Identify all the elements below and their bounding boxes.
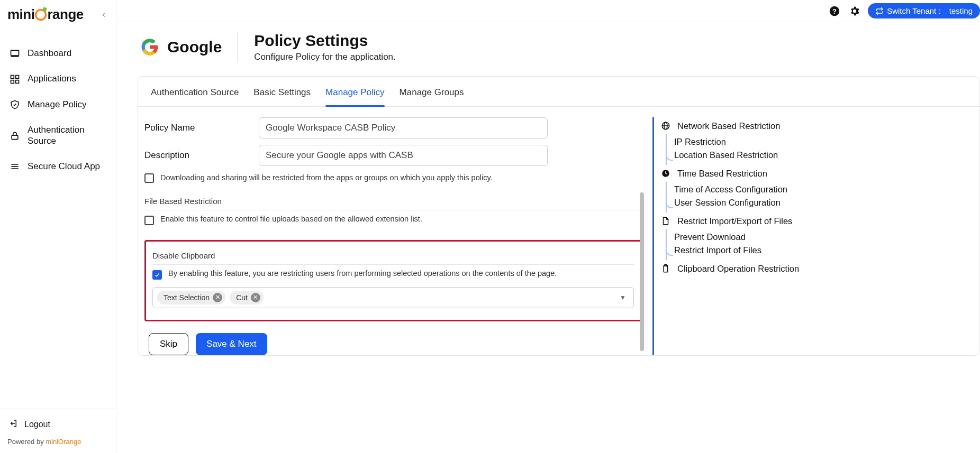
- settings-icon[interactable]: [848, 4, 861, 18]
- main-nav: Dashboard Applications Manage Policy Aut…: [0, 28, 116, 192]
- clipboard-operations-select[interactable]: Text Selection ✕ Cut ✕ ▼: [152, 287, 634, 308]
- clipboard-highlight-box: Disable Clipboard By enabling this featu…: [144, 240, 642, 321]
- brand-logo: minirange: [0, 0, 116, 28]
- outline-label: Network Based Restriction: [677, 121, 780, 131]
- nav-label: Applications: [28, 73, 76, 84]
- outline-label: Time Based Restriction: [677, 169, 767, 179]
- file-section-title: File Based Restriction: [144, 197, 642, 210]
- outline-prevent-download[interactable]: Prevent Download: [674, 230, 827, 244]
- logout-label: Logout: [24, 420, 50, 429]
- chip-label: Cut: [236, 293, 248, 302]
- brand-o-icon: [35, 9, 47, 21]
- logout-button[interactable]: Logout: [7, 414, 108, 434]
- settings-card: Authentication Source Basic Settings Man…: [138, 76, 980, 356]
- chip-remove-icon[interactable]: ✕: [213, 293, 222, 302]
- lock-icon: [10, 131, 20, 141]
- tenant-value: testing: [949, 6, 973, 15]
- dashboard-icon: [10, 48, 20, 59]
- tab-auth-source[interactable]: Authentication Source: [151, 87, 239, 106]
- clipboard-icon: [660, 263, 671, 274]
- nav-applications[interactable]: Applications: [3, 68, 113, 89]
- tab-basic-settings[interactable]: Basic Settings: [253, 87, 311, 106]
- chip-cut: Cut ✕: [230, 291, 264, 304]
- switch-tenant-button[interactable]: Switch Tenant : testing: [868, 3, 980, 19]
- nav-manage-policy[interactable]: Manage Policy: [3, 94, 113, 115]
- title-block: Policy Settings Configure Policy for the…: [254, 32, 395, 62]
- clipboard-checkbox[interactable]: [152, 270, 162, 280]
- nav-label: Dashboard: [28, 48, 71, 59]
- nav-label: Manage Policy: [28, 99, 87, 110]
- nav-label: Authentication Source: [28, 125, 106, 146]
- file-upload-checkbox[interactable]: [144, 216, 154, 225]
- policy-outline-nav: Network Based Restriction IP Restriction…: [652, 117, 832, 355]
- file-desc: Enable this feature to control file uplo…: [160, 215, 422, 223]
- sidebar: minirange Dashboard Applications Manage …: [0, 0, 116, 453]
- main: ? Switch Tenant : testing Google Policy …: [116, 0, 980, 453]
- help-icon[interactable]: ?: [828, 4, 841, 18]
- footer-actions: Skip Save & Next: [144, 333, 642, 355]
- outline-ip-restriction[interactable]: IP Restriction: [674, 135, 827, 149]
- brand-prefix: mini: [7, 6, 34, 23]
- switch-tenant-label: Switch Tenant :: [887, 6, 940, 15]
- collapse-sidebar-icon[interactable]: [99, 10, 108, 20]
- policy-name-label: Policy Name: [144, 123, 259, 133]
- tab-manage-groups[interactable]: Manage Groups: [400, 87, 464, 106]
- tab-manage-policy[interactable]: Manage Policy: [325, 87, 385, 106]
- refresh-icon: [875, 7, 884, 15]
- outline-time-access[interactable]: Time of Access Configuration: [674, 183, 827, 196]
- tabs: Authentication Source Basic Settings Man…: [138, 77, 979, 107]
- outline-network[interactable]: Network Based Restriction: [660, 117, 827, 134]
- svg-rect-2: [11, 75, 14, 78]
- chip-remove-icon[interactable]: ✕: [251, 293, 260, 302]
- clipboard-desc: By enabling this feature, you are restri…: [168, 269, 557, 278]
- outline-restrict-import[interactable]: Restrict Import of Files: [674, 244, 827, 257]
- page-subtitle: Configure Policy for the application.: [254, 52, 395, 62]
- apps-icon: [10, 74, 20, 85]
- app-badge: Google: [138, 32, 238, 62]
- chip-text-selection: Text Selection ✕: [157, 291, 225, 304]
- svg-rect-6: [12, 135, 18, 139]
- page-header: Google Policy Settings Configure Policy …: [138, 32, 980, 62]
- sidebar-footer: Logout Powered by miniOrange: [0, 409, 116, 453]
- svg-rect-0: [11, 50, 19, 56]
- powered-by: Powered by miniOrange: [7, 438, 108, 446]
- brand-suffix: range: [47, 6, 83, 23]
- outline-clipboard[interactable]: Clipboard Operation Restriction: [660, 260, 827, 277]
- svg-rect-4: [11, 80, 14, 83]
- form-left: Policy Name Description Downloading and …: [144, 117, 642, 355]
- file-icon: [660, 216, 671, 226]
- topbar: ? Switch Tenant : testing: [116, 0, 980, 22]
- page-title: Policy Settings: [254, 32, 395, 50]
- skip-button[interactable]: Skip: [149, 333, 188, 355]
- policy-name-input[interactable]: [259, 117, 548, 138]
- nav-auth-source[interactable]: Authentication Source: [3, 119, 113, 152]
- clock-icon: [660, 168, 671, 179]
- description-label: Description: [144, 150, 259, 161]
- outline-user-session[interactable]: User Session Configuration: [674, 196, 827, 209]
- outline-location-restriction[interactable]: Location Based Restriction: [674, 149, 827, 162]
- svg-rect-5: [16, 80, 19, 83]
- svg-rect-3: [16, 75, 19, 78]
- save-next-button[interactable]: Save & Next: [196, 333, 267, 355]
- google-icon: [140, 37, 160, 57]
- content: Google Policy Settings Configure Policy …: [116, 22, 980, 453]
- scrollbar[interactable]: [640, 192, 644, 351]
- svg-text:?: ?: [832, 7, 837, 15]
- clipboard-section-title: Disable Clipboard: [152, 251, 634, 265]
- outline-label: Restrict Import/Export of Files: [677, 216, 792, 226]
- shield-icon: [10, 99, 20, 110]
- nav-dashboard[interactable]: Dashboard: [3, 43, 113, 64]
- outline-restrict-files[interactable]: Restrict Import/Export of Files: [660, 212, 827, 229]
- list-icon: [10, 161, 20, 172]
- description-input[interactable]: [259, 145, 548, 166]
- download-desc: Downloading and sharing will be restrict…: [160, 172, 493, 184]
- outline-label: Clipboard Operation Restriction: [677, 264, 799, 274]
- nav-secure-cloud[interactable]: Secure Cloud App: [3, 156, 113, 177]
- outline-time[interactable]: Time Based Restriction: [660, 165, 827, 182]
- chip-label: Text Selection: [164, 293, 210, 302]
- app-name: Google: [167, 38, 222, 56]
- globe-icon: [660, 121, 671, 131]
- powered-brand-link[interactable]: miniOrange: [46, 438, 81, 446]
- download-restrict-checkbox[interactable]: [144, 173, 154, 183]
- chevron-down-icon[interactable]: ▼: [616, 294, 629, 301]
